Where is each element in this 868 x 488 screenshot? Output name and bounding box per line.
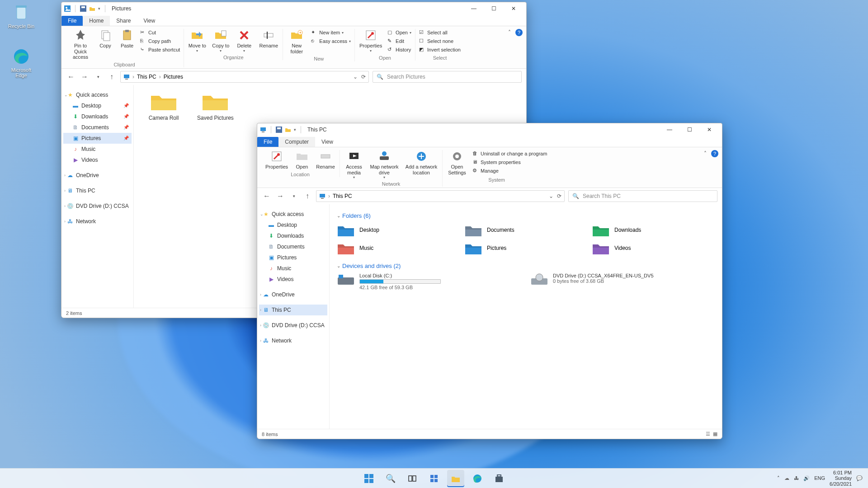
qat-folder-icon[interactable] — [285, 127, 291, 133]
help-icon[interactable]: ? — [711, 150, 718, 157]
section-folders[interactable]: ⌄Folders (6) — [337, 212, 715, 219]
select-none-button[interactable]: ☐Select none — [418, 38, 462, 45]
taskbar[interactable]: 🔍 ˄ ☁ 🖧 🔊 ENG 6:01 PM Sunday 6/20/2021 💬 — [0, 468, 868, 488]
nav-up-button[interactable]: ↑ — [302, 191, 312, 201]
history-button[interactable]: ↺History — [387, 46, 412, 53]
new-folder-button[interactable]: ✦New folder — [286, 29, 307, 54]
navigation-pane[interactable]: ⌄★Quick access ▬Desktop ⬇Downloads 🗎Docu… — [257, 204, 330, 429]
chevron-right-icon[interactable]: › — [328, 193, 330, 199]
drive-local-c[interactable]: Local Disk (C:)42.1 GB free of 59.3 GB — [337, 273, 521, 290]
easy-access-button[interactable]: ⎋Easy access▾ — [310, 38, 352, 45]
nav-this-pc[interactable]: ›🖥This PC — [259, 305, 327, 315]
folder-saved-pictures[interactable]: Saved Pictures — [193, 90, 238, 121]
ribbon-collapse-icon[interactable]: ˄ — [508, 29, 511, 36]
invert-selection-button[interactable]: ◩Invert selection — [418, 46, 462, 53]
add-network-location-button[interactable]: Add a network location — [403, 150, 439, 175]
open-settings-button[interactable]: Open Settings — [445, 150, 469, 175]
nav-back-button[interactable]: ← — [66, 72, 76, 82]
cut-button[interactable]: ✂Cut — [139, 29, 181, 36]
desktop-icon-recycle-bin[interactable]: Recycle Bin — [5, 4, 37, 29]
nav-forward-button[interactable]: → — [80, 72, 90, 82]
addr-dropdown-icon[interactable]: ⌄ — [549, 193, 553, 199]
system-properties-button[interactable]: 🖥System properties — [472, 159, 548, 166]
edit-button[interactable]: ✎Edit — [387, 38, 412, 45]
properties-button[interactable]: Properties — [264, 150, 290, 170]
refresh-icon[interactable]: ⟳ — [557, 193, 561, 199]
tray-notifications-icon[interactable]: 💬 — [856, 475, 863, 481]
nav-documents[interactable]: 🗎Documents — [259, 241, 327, 252]
breadcrumb-pictures[interactable]: Pictures — [164, 74, 183, 80]
nav-downloads[interactable]: ⬇Downloads — [259, 230, 327, 241]
access-media-button[interactable]: Access media▾ — [343, 150, 365, 179]
nav-pictures[interactable]: ▣Pictures📌 — [63, 133, 132, 144]
library-folder-downloads[interactable]: Downloads — [592, 223, 715, 237]
tray-language[interactable]: ENG — [814, 475, 825, 481]
library-folder-pictures[interactable]: Pictures — [464, 241, 587, 255]
view-details-icon[interactable]: ☰ — [706, 431, 710, 437]
paste-button[interactable]: Paste — [118, 29, 137, 49]
ribbon-collapse-icon[interactable]: ˄ — [704, 150, 707, 157]
nav-dvd[interactable]: ›💿DVD Drive (D:) CCSA — [63, 201, 132, 211]
nav-pictures[interactable]: ▣Pictures — [259, 252, 327, 263]
nav-music[interactable]: ♪Music — [259, 263, 327, 274]
nav-network[interactable]: ›🖧Network — [259, 335, 327, 346]
nav-quick-access[interactable]: ⌄★Quick access — [63, 89, 132, 100]
nav-desktop[interactable]: ▬Desktop📌 — [63, 100, 132, 111]
copy-path-button[interactable]: ⎘Copy path — [139, 38, 181, 45]
titlebar[interactable]: ▾ Pictures — ☐ ✕ — [61, 2, 526, 15]
move-to-button[interactable]: Move to▾ — [187, 29, 208, 53]
tray-network-icon[interactable]: 🖧 — [794, 475, 799, 481]
qat-dropdown-icon[interactable]: ▾ — [98, 6, 100, 11]
nav-music[interactable]: ♪Music — [63, 144, 132, 155]
chevron-right-icon[interactable]: › — [132, 74, 134, 80]
help-icon[interactable]: ? — [515, 29, 523, 36]
start-button[interactable] — [360, 470, 377, 487]
library-folder-videos[interactable]: Videos — [592, 241, 715, 255]
search-box[interactable]: 🔍 Search This PC — [568, 190, 717, 202]
nav-onedrive[interactable]: ›☁OneDrive — [259, 289, 327, 300]
address-bar[interactable]: › This PC ⌄⟳ — [316, 190, 565, 202]
qat-dropdown-icon[interactable]: ▾ — [294, 127, 296, 132]
nav-onedrive[interactable]: ›☁OneDrive — [63, 170, 132, 181]
nav-network[interactable]: ›🖧Network — [63, 216, 132, 227]
select-all-button[interactable]: ☑Select all — [418, 29, 462, 36]
properties-button[interactable]: Properties▾ — [358, 29, 384, 53]
library-folder-music[interactable]: Music — [337, 241, 460, 255]
chevron-right-icon[interactable]: › — [159, 74, 161, 80]
open-button[interactable]: ▢Open▾ — [387, 29, 412, 36]
open-button[interactable]: Open — [292, 150, 311, 170]
taskbar-task-view-button[interactable] — [404, 470, 421, 487]
uninstall-program-button[interactable]: 🗑Uninstall or change a program — [472, 150, 548, 157]
nav-recent-button[interactable]: ▾ — [93, 72, 103, 82]
copy-button[interactable]: Copy — [96, 29, 115, 49]
nav-downloads[interactable]: ⬇Downloads📌 — [63, 111, 132, 122]
addr-dropdown-icon[interactable]: ⌄ — [353, 74, 358, 80]
taskbar-widgets-button[interactable] — [425, 470, 443, 487]
nav-quick-access[interactable]: ⌄★Quick access — [259, 209, 327, 220]
search-box[interactable]: 🔍 Search Pictures — [373, 71, 522, 83]
nav-forward-button[interactable]: → — [275, 191, 285, 201]
minimize-button[interactable]: — — [464, 2, 484, 15]
taskbar-store-button[interactable] — [491, 470, 508, 487]
new-item-button[interactable]: ✦New item▾ — [310, 29, 352, 36]
paste-shortcut-button[interactable]: ⤷Paste shortcut — [139, 46, 181, 53]
library-folder-desktop[interactable]: Desktop — [337, 223, 460, 237]
nav-videos[interactable]: ▶Videos — [259, 274, 327, 285]
taskbar-search-button[interactable]: 🔍 — [382, 470, 399, 487]
tab-file[interactable]: File — [257, 137, 278, 147]
nav-this-pc[interactable]: ›🖥This PC — [63, 185, 132, 196]
nav-dvd[interactable]: ›💿DVD Drive (D:) CCSA — [259, 320, 327, 331]
tab-computer[interactable]: Computer — [278, 137, 315, 147]
breadcrumb-this-pc[interactable]: This PC — [137, 74, 156, 80]
rename-button[interactable]: Rename — [314, 150, 337, 170]
taskbar-explorer-button[interactable] — [447, 470, 464, 487]
breadcrumb-this-pc[interactable]: This PC — [333, 193, 352, 199]
window-this-pc[interactable]: ▾ This PC — ☐ ✕ File Computer View ˄ ? P… — [257, 123, 722, 439]
library-folder-documents[interactable]: Documents — [464, 223, 587, 237]
tray-onedrive-icon[interactable]: ☁ — [784, 475, 789, 481]
address-bar[interactable]: › This PC › Pictures ⌄⟳ — [120, 71, 369, 83]
close-button[interactable]: ✕ — [504, 2, 524, 15]
navigation-pane[interactable]: ⌄★Quick access ▬Desktop📌 ⬇Downloads📌 🗎Do… — [61, 85, 134, 308]
maximize-button[interactable]: ☐ — [484, 2, 504, 15]
qat-save-icon[interactable] — [80, 5, 86, 12]
